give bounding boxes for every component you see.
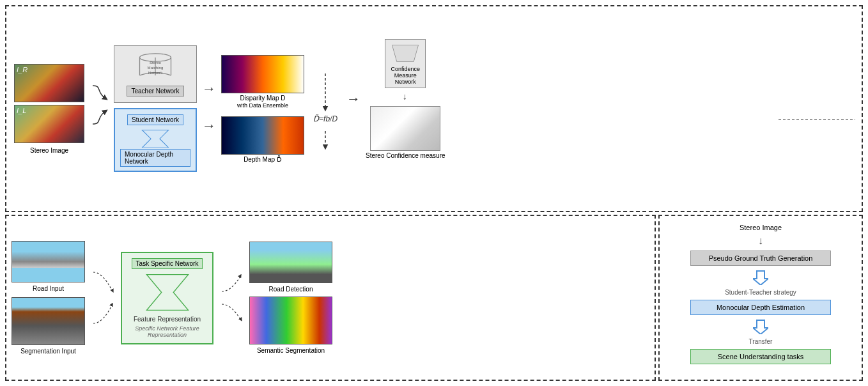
transfer-arrow [753,319,768,334]
disparity-map-label: Disparity Map D with Data Ensemble [237,95,288,109]
arrows-to-results [219,240,244,355]
stereo-confidence-label: Stereo Confidence measure [366,152,446,159]
bottom-left-panel: Road Input Segmentation Input Task Speci… [5,215,656,381]
student-teacher-arrow [753,270,768,285]
road-input-image [12,241,85,282]
svg-text:Stereo: Stereo [150,60,162,65]
transfer-label: Transfer [749,338,773,345]
result-images-col: Road Detection Semantic Segmentation [249,242,332,354]
scene-understanding-box: Scene Understanding tasks [690,349,831,364]
monocular-depth-est-box: Monocular Depth Estimation [690,300,831,315]
specific-network-feature-label: Specific Network Feature Representation [128,325,206,338]
hollow-arrow-1 [753,270,768,285]
disp-depth-col: Disparity Map D with Data Ensemble Depth… [221,55,304,163]
task-specific-network-box: Task Specific Network Feature Representa… [121,252,213,344]
arrow-to-depth: → [202,118,216,134]
svg-text:D̃=fb/D: D̃=fb/D [313,114,338,123]
stereo-matching-icon: Stereo Matching Network [133,52,178,84]
feature-repr-label: Feature Representation [134,316,201,323]
stereo-image-right-label: Stereo Image [740,224,782,231]
confidence-output-image [370,106,440,151]
teacher-network-box: Stereo Matching Network Teacher Network [114,45,197,103]
stereo-image-bottom: I_L [14,105,84,143]
svg-text:Network: Network [148,70,163,75]
teacher-network-label: Teacher Network [127,86,183,96]
road-input-label: Road Input [33,285,64,292]
svg-text:Matching: Matching [148,65,164,70]
depth-map-image [221,116,304,155]
stereo-image-top: I_R [14,64,84,102]
arrow-to-disp: → [202,81,216,97]
disparity-map-image [221,55,304,93]
semantic-seg-image [249,297,332,344]
arrow-down-1: ↓ [758,235,763,247]
seg-input-image [12,297,85,345]
main-container: I_R I_L Stereo Image [0,0,868,386]
arrows-to-networks [89,79,109,130]
student-teacher-strategy-label: Student-Teacher strategy [725,289,796,296]
seg-input-label: Segmentation Input [20,348,76,355]
bottom-section: Road Input Segmentation Input Task Speci… [5,215,863,381]
confidence-network-label: Confidence Measure Network [389,66,421,85]
confidence-col: Confidence Measure Network → Stereo Conf… [366,39,446,159]
confidence-network-box: Confidence Measure Network [385,39,426,88]
road-detection-label: Road Detection [269,286,313,293]
stereo-image-label: Stereo Image [30,147,68,154]
dotted-arrows-to-network [90,240,116,355]
depth-map-label: Depth Map D̃ [244,156,282,163]
monocular-depth-label: Monocular Depth Network [120,149,190,167]
top-section: I_R I_L Stereo Image [5,5,863,212]
image-label-bottom: I_L [17,107,26,114]
hollow-arrow-2 [753,319,768,334]
arrow-to-conf-image: → [400,93,410,102]
task-specific-label: Task Specific Network [132,258,203,269]
bottom-right-panel: Stereo Image ↓ Pseudo Ground Truth Gener… [658,215,863,381]
confidence-network-icon [389,42,421,65]
student-network-box: Student Network Monocular Depth Network [114,108,197,172]
semantic-seg-label: Semantic Segmentation [257,347,325,354]
dashed-arrows-area: D̃=fb/D [309,73,341,150]
arrow-to-confidence: → [346,91,360,107]
stereo-images-col: I_R I_L Stereo Image [14,64,84,154]
input-images-col: Road Input Segmentation Input [12,241,85,355]
teacher-student-col: Stereo Matching Network Teacher Network … [114,45,197,172]
student-network-label: Student Network [127,114,183,125]
pseudo-gt-box: Pseudo Ground Truth Generation [690,251,831,266]
task-specific-icon [136,272,199,313]
monocular-depth-icon [133,128,178,148]
image-label-top: I_R [17,66,27,73]
dashed-feedback [779,115,855,125]
road-detection-image [249,242,332,283]
